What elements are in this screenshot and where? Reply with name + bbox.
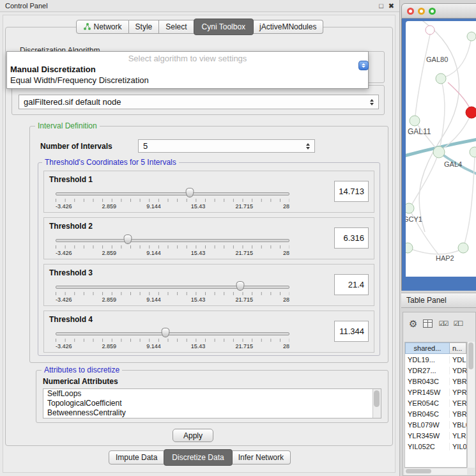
network-node[interactable] bbox=[410, 116, 420, 126]
threshold-1-value-field[interactable]: 14.713 bbox=[334, 181, 369, 202]
network-node[interactable] bbox=[426, 26, 434, 35]
slider-track[interactable] bbox=[56, 286, 289, 289]
network-node[interactable] bbox=[458, 243, 468, 253]
select-all-columns-icon[interactable]: ☑☑ bbox=[438, 320, 447, 327]
table-row[interactable]: YDR27...YDR2... bbox=[405, 365, 466, 376]
network-edge[interactable] bbox=[418, 21, 459, 232]
combo-stepper-icon bbox=[306, 143, 310, 150]
table-row[interactable]: YBR045CYBR0... bbox=[405, 408, 466, 419]
popup-option-equal-width-frequency[interactable]: Equal Width/Frequency Discretization bbox=[7, 75, 368, 88]
slider-track[interactable] bbox=[56, 192, 289, 196]
slider-thumb[interactable] bbox=[236, 281, 245, 291]
column-header-shared-name[interactable]: shared... bbox=[405, 342, 450, 354]
zoom-traffic-light-icon[interactable] bbox=[429, 8, 436, 15]
popup-option-manual-discretization[interactable]: Manual Discretization bbox=[7, 64, 368, 75]
number-of-intervals-combo[interactable]: 5 bbox=[138, 139, 315, 153]
table-cell: YBR045C bbox=[405, 410, 450, 418]
slider-ticks bbox=[56, 199, 289, 202]
threshold-2-value-field[interactable]: 6.316 bbox=[334, 227, 369, 249]
tab-label: Impute Data bbox=[116, 453, 157, 462]
slider-track[interactable] bbox=[56, 332, 289, 335]
table-row[interactable]: YPR145WYPR1... bbox=[405, 387, 466, 397]
table-row[interactable]: YBL079WYBL0... bbox=[405, 419, 466, 430]
table-row[interactable]: YER054CYER0... bbox=[405, 397, 466, 408]
table-row[interactable]: YDL19...YDL1... bbox=[405, 354, 466, 365]
table-cell: YDR27... bbox=[405, 367, 450, 374]
numerical-attributes-list[interactable]: SelfLoopsTopologicalCoefficientBetweenne… bbox=[43, 388, 381, 418]
tab-network[interactable]: Network bbox=[76, 20, 129, 34]
table-row[interactable]: YBR043CYBR0... bbox=[405, 376, 466, 387]
list-scrollbar[interactable] bbox=[372, 389, 381, 418]
tab-impute-data[interactable]: Impute Data bbox=[109, 450, 164, 464]
thresholds-group: Threshold's Coordinates for 5 Intervals … bbox=[38, 162, 380, 356]
table-cell: YDR2... bbox=[450, 367, 466, 374]
network-canvas[interactable]: GAL80GAL11GAL4GCY1HAP2 bbox=[406, 21, 476, 277]
network-node[interactable] bbox=[436, 73, 446, 84]
tab-discretize-data[interactable]: Discretize Data bbox=[164, 449, 232, 466]
table-cell: YLR3... bbox=[450, 432, 466, 440]
column-header-name[interactable]: n... bbox=[450, 342, 466, 354]
algorithm-dropdown-popup: Select algorithm to view settings Manual… bbox=[6, 51, 369, 89]
list-item[interactable]: TopologicalCoefficient bbox=[43, 399, 381, 408]
threshold-4-value-field[interactable]: 11.344 bbox=[334, 321, 369, 342]
slider-thumb[interactable] bbox=[124, 234, 132, 244]
threshold-2-slider[interactable] bbox=[56, 234, 289, 245]
scrollbar-thumb[interactable] bbox=[374, 390, 380, 407]
apply-button[interactable]: Apply bbox=[173, 429, 213, 442]
algorithm-combo-stepper[interactable] bbox=[358, 61, 369, 70]
network-window-titlebar[interactable] bbox=[401, 3, 476, 19]
network-edge[interactable] bbox=[411, 152, 439, 206]
tab-jactivemnodules[interactable]: jActiveMNodules bbox=[253, 20, 323, 34]
list-item[interactable]: BetweennessCentrality bbox=[43, 408, 381, 418]
table-horizontal-scrollbar[interactable] bbox=[404, 468, 467, 475]
interval-definition-group: Interval Definition Number of Intervals … bbox=[29, 126, 388, 363]
network-view-window: GAL80GAL11GAL4GCY1HAP2 bbox=[401, 3, 476, 291]
slider-scale-labels: -3.4262.8599.14415.4321.71528 bbox=[56, 203, 289, 210]
table-cell: YER054C bbox=[405, 399, 450, 407]
table-row[interactable]: YLR345WYLR3... bbox=[405, 430, 466, 441]
network-node[interactable] bbox=[466, 107, 476, 118]
network-node[interactable] bbox=[406, 203, 414, 213]
network-node[interactable] bbox=[467, 32, 476, 41]
window-buttons: □ ✖ bbox=[379, 2, 394, 10]
network-node[interactable] bbox=[470, 147, 476, 157]
close-traffic-light-icon[interactable] bbox=[407, 8, 414, 15]
table-vertical-scrollbar[interactable] bbox=[467, 342, 475, 468]
table-data-combo[interactable]: galFiltered.sif default node bbox=[19, 95, 379, 109]
threshold-1-slider[interactable] bbox=[56, 188, 289, 198]
threshold-3-value-field[interactable]: 21.4 bbox=[334, 274, 369, 295]
threshold-3-slider[interactable] bbox=[56, 281, 289, 291]
float-window-icon[interactable]: □ bbox=[379, 2, 383, 10]
slider-track[interactable] bbox=[56, 239, 289, 242]
slider-thumb[interactable] bbox=[162, 328, 170, 337]
threshold-label: Threshold 1 bbox=[49, 175, 93, 184]
slider-thumb[interactable] bbox=[186, 188, 194, 197]
top-tab-bar: Network Style Select Cyni Toolbox jActiv… bbox=[0, 20, 399, 34]
gear-icon[interactable]: ⚙ bbox=[409, 319, 417, 328]
tab-cyni-toolbox[interactable]: Cyni Toolbox bbox=[194, 19, 254, 35]
tab-style[interactable]: Style bbox=[129, 20, 160, 34]
network-node[interactable] bbox=[433, 146, 445, 158]
scrollbar-thumb[interactable] bbox=[468, 342, 473, 369]
tab-infer-network[interactable]: Infer Network bbox=[232, 450, 291, 464]
threshold-4-slider[interactable] bbox=[56, 328, 289, 338]
table-panel-titlebar[interactable]: Table Panel bbox=[401, 293, 476, 308]
attributes-group: Attributes to discretize Numerical Attri… bbox=[36, 370, 388, 423]
threshold-label: Threshold 2 bbox=[49, 222, 93, 231]
table-cell: YDL1... bbox=[450, 356, 466, 364]
tab-label: Network bbox=[94, 22, 122, 31]
threshold-1-panel: Threshold 1 -3.4262.8599.14415.4321.7152… bbox=[43, 171, 374, 213]
combo-value: 5 bbox=[143, 141, 148, 151]
show-columns-icon[interactable] bbox=[423, 319, 433, 328]
network-node[interactable] bbox=[406, 243, 413, 253]
tab-select[interactable]: Select bbox=[159, 20, 194, 34]
close-window-icon[interactable]: ✖ bbox=[388, 2, 394, 10]
table-row[interactable]: YIL052CYIL0... bbox=[405, 441, 466, 452]
minimize-traffic-light-icon[interactable] bbox=[418, 8, 425, 15]
list-item[interactable]: SelfLoops bbox=[43, 389, 381, 399]
unselect-columns-icon[interactable]: ☑☐ bbox=[453, 320, 462, 327]
window-title: Control Panel bbox=[5, 2, 48, 10]
scrollbar-thumb[interactable] bbox=[406, 469, 431, 473]
network-edge[interactable] bbox=[415, 35, 430, 116]
table-cell: YDL19... bbox=[405, 356, 450, 364]
